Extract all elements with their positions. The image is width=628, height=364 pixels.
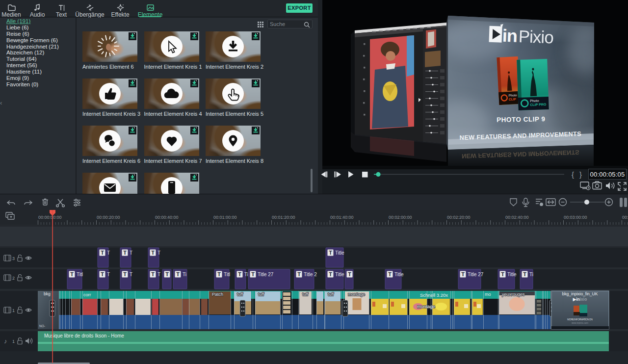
svg-text:Schnell 3.20x: Schnell 3.20x <box>420 292 448 298</box>
svg-text:bkg: bkg <box>44 291 51 296</box>
svg-text:CLIP: CLIP <box>509 97 517 101</box>
svg-text:PHOTO CLIP 9: PHOTO CLIP 9 <box>497 115 546 124</box>
svg-text:Musique libre de droits Ikson: Musique libre de droits Ikson - Home <box>44 333 124 338</box>
svg-text:T: T <box>297 271 301 277</box>
svg-text:Photo: Photo <box>530 99 539 103</box>
svg-text:yeuxrouges: yeuxrouges <box>502 292 525 297</box>
svg-text:Title 27: Title 27 <box>468 272 484 277</box>
svg-text:bkg_inpixio_fin_UK: bkg_inpixio_fin_UK <box>562 291 598 296</box>
svg-text:♪: ♪ <box>4 338 7 345</box>
svg-text:T: T <box>70 271 74 277</box>
svg-text:T: T <box>107 250 110 256</box>
svg-text:corr: corr <box>83 292 91 297</box>
svg-text:Ti: Ti <box>529 272 533 277</box>
svg-text:Title 2: Title 2 <box>304 272 317 277</box>
svg-text:T: T <box>523 271 526 277</box>
svg-text:00:00:00:00: 00:00:00:00 <box>38 215 62 220</box>
svg-text:T: T <box>388 271 392 277</box>
svg-text:Title 27: Title 27 <box>258 272 274 277</box>
svg-text:Ti: Ti <box>183 272 186 277</box>
svg-text:▶inixio: ▶inixio <box>573 297 587 302</box>
svg-text:Titl: Titl <box>224 272 230 277</box>
svg-text:2: 2 <box>12 276 15 281</box>
svg-text:Ti: Ti <box>244 272 248 277</box>
svg-text:T: T <box>329 250 332 256</box>
svg-text:T: T <box>130 272 132 277</box>
svg-text:00:02:00:00: 00:02:00:00 <box>389 215 412 220</box>
svg-text:Pixio: Pixio <box>518 26 553 47</box>
svg-text:CLIP PRO: CLIP PRO <box>530 103 547 106</box>
svg-text:T: T <box>217 271 221 277</box>
svg-text:T: T <box>123 271 127 277</box>
svg-text:00:00:20:00: 00:00:20:00 <box>97 215 120 220</box>
svg-text:tuff: tuff <box>302 292 309 297</box>
svg-text:Title: Title <box>335 272 344 277</box>
svg-text:T: T <box>157 250 160 256</box>
svg-text:Patch: Patch <box>212 292 223 297</box>
svg-text:00:01:00:00: 00:01:00:00 <box>213 215 237 220</box>
svg-text:1: 1 <box>12 308 15 313</box>
svg-text:1: 1 <box>12 339 15 344</box>
svg-text:www.inpixio.com: www.inpixio.com <box>572 322 588 324</box>
svg-text:tuff: tuff <box>328 292 334 297</box>
svg-text:tuff: tuff <box>258 292 264 297</box>
svg-text:T: T <box>101 250 104 256</box>
svg-text:T: T <box>130 250 132 256</box>
svg-text:T: T <box>501 271 504 277</box>
svg-text:00:00:40:00: 00:00:40:00 <box>155 215 179 220</box>
svg-text:00:03:00:00: 00:03:00:00 <box>564 215 587 220</box>
svg-text:00:02:20:00: 00:02:20:00 <box>447 215 471 220</box>
svg-text:00:02:40:00: 00:02:40:00 <box>505 215 529 220</box>
svg-text:Title: Title <box>507 272 517 277</box>
svg-text:MORE INFORMATION ON: MORE INFORMATION ON <box>567 318 593 321</box>
svg-text:T: T <box>123 250 127 256</box>
svg-text:T: T <box>101 271 104 277</box>
svg-text:T: T <box>461 271 465 277</box>
svg-text:in: in <box>502 26 517 46</box>
svg-text:NO-: NO- <box>39 324 45 328</box>
svg-text:00:01:40:00: 00:01:40:00 <box>330 215 354 220</box>
svg-text:T: T <box>165 271 169 277</box>
svg-text:mo: mo <box>485 292 491 297</box>
svg-text:T: T <box>348 271 351 277</box>
svg-text:Titl: Titl <box>77 272 83 277</box>
svg-text:Photo: Photo <box>508 93 517 97</box>
svg-text:tuff: tuff <box>237 292 243 297</box>
svg-text:T: T <box>251 271 255 277</box>
svg-text:}: } <box>579 171 582 179</box>
svg-text:00:00:05:05: 00:00:05:05 <box>590 171 625 178</box>
svg-text:3: 3 <box>12 256 15 261</box>
svg-text:T: T <box>329 271 332 277</box>
svg-text:montage: montage <box>348 292 365 297</box>
svg-text:T: T <box>151 250 155 256</box>
svg-text:T: T <box>157 272 160 277</box>
svg-text:T: T <box>151 271 155 277</box>
svg-text:T: T <box>176 271 180 277</box>
svg-text:Title: Title <box>335 250 344 256</box>
svg-text:Title: Title <box>394 272 404 277</box>
svg-text:00:01:20:00: 00:01:20:00 <box>272 215 295 220</box>
svg-text:T: T <box>107 272 110 277</box>
svg-text:T: T <box>238 271 241 277</box>
svg-text:00:03:20:00: 00:03:20:00 <box>622 215 628 220</box>
svg-text:{: { <box>572 171 574 179</box>
